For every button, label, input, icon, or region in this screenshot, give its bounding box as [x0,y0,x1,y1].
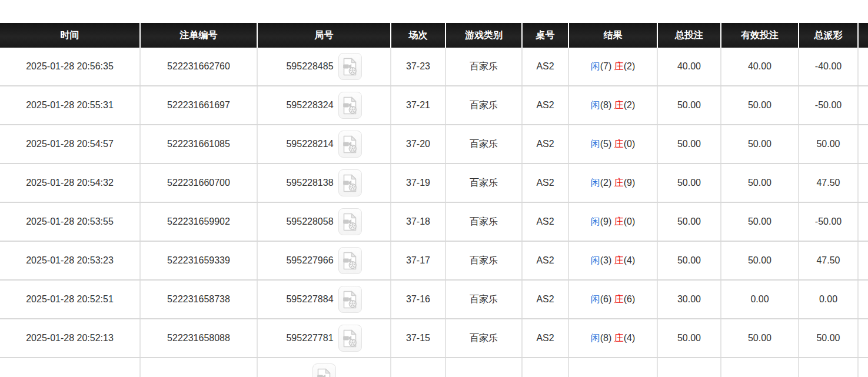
cell-extra [858,280,868,319]
column-header-session: 场次 [391,23,445,48]
video-replay-button[interactable] [338,247,362,274]
result-banker-label: 庄 [614,333,624,343]
cell-result: 闲(9) 庄(0) [568,202,657,241]
round-id-group: 595227781 [286,325,361,352]
video-file-icon [342,291,357,309]
cell-table-no: AS2 [522,125,568,164]
bet-history-table: 时间注单编号局号场次游戏类别桌号结果总投注有效投注总派彩 2025-01-28 … [0,23,868,377]
cell-extra [858,125,868,164]
video-replay-button[interactable] [338,131,362,158]
cell-valid-bet: 50.00 [721,164,799,202]
result-player-score: (2) [600,178,614,188]
video-replay-button[interactable] [338,286,362,313]
round-id-group: 595228058 [286,208,361,235]
cell-payout: -50.00 [799,86,858,125]
cell-payout: 47.50 [799,164,858,202]
result-player-score: (5) [600,139,614,149]
round-id-group: 595228214 [286,131,361,158]
cell-valid-bet: 50.00 [721,125,799,164]
round-id-group: 595227884 [286,286,361,313]
table-row: 2025-01-28 20:55:31522231661697595228324… [0,86,868,125]
cell-table-no: AS2 [522,280,568,319]
round-id-group: 595228324 [286,92,361,119]
cell-extra [858,164,868,202]
result-player-label: 闲 [591,216,600,226]
cell-payout: -50.00 [799,202,858,241]
round-id-text: 595227966 [286,255,333,266]
result-player-label: 闲 [591,178,600,188]
cell-bet-id: 522231660700 [140,164,257,202]
table-row: 2025-01-28 20:52:13522231658088595227781… [0,319,868,358]
table-row: 2025-01-28 20:53:55522231659902595228058… [0,202,868,241]
table-row: 2025-01-28 20:52:51522231658738595227884… [0,280,868,319]
cell-session: 37-16 [391,280,445,319]
video-replay-button[interactable] [338,325,362,352]
result-player-score: (7) [600,61,614,71]
cell-round-id: 595228324 [257,86,391,125]
cell-total-bet: 50.00 [657,164,721,202]
cell-time: 2025-01-28 20:52:13 [0,319,140,358]
result-banker-score: (2) [624,100,636,110]
table-row-partial [0,358,868,377]
result-player-score: (8) [600,333,614,343]
cell-game-type: 百家乐 [445,86,522,125]
cell-total-bet [657,358,721,377]
cell-time: 2025-01-28 20:53:23 [0,241,140,280]
round-id-text: 595228058 [286,216,333,227]
video-replay-button[interactable] [338,92,362,119]
result-player-score: (8) [600,100,614,110]
round-id-text: 595228214 [286,139,333,149]
cell-total-bet: 50.00 [657,202,721,241]
cell-bet-id: 522231658738 [140,280,257,319]
cell-bet-id: 522231659902 [140,202,257,241]
video-replay-button[interactable] [338,169,362,196]
round-id-text: 595227781 [286,333,333,343]
cell-table-no: AS2 [522,241,568,280]
video-file-icon [342,213,357,231]
cell-game-type: 百家乐 [445,164,522,202]
result-banker-score: (4) [624,333,636,343]
cell-round-id: 595227966 [257,241,391,280]
cell-result: 闲(2) 庄(9) [568,164,657,202]
result-banker-score: (9) [624,178,636,188]
cell-time: 2025-01-28 20:56:35 [0,48,140,86]
cell-total-bet: 50.00 [657,241,721,280]
video-file-icon [342,96,357,115]
cell-round-id: 595227781 [257,319,391,358]
cell-payout: 0.00 [799,280,858,319]
result-player-score: (6) [600,294,614,304]
cell-table-no [522,358,568,377]
cell-bet-id: 522231658088 [140,319,257,358]
result-player-score: (3) [600,255,614,265]
cell-payout: 50.00 [799,125,858,164]
result-banker-label: 庄 [614,216,624,226]
result-player-label: 闲 [591,294,600,304]
column-header-time: 时间 [0,23,140,48]
result-player-label: 闲 [591,255,600,265]
round-id-text: 595228324 [286,100,333,111]
cell-game-type: 百家乐 [445,202,522,241]
column-header-payout: 总派彩 [799,23,858,48]
video-file-icon [342,329,357,348]
column-header-valid_bet: 有效投注 [721,23,799,48]
table-row: 2025-01-28 20:53:23522231659339595227966… [0,241,868,280]
cell-valid-bet: 0.00 [721,280,799,319]
cell-valid-bet: 50.00 [721,319,799,358]
column-header-result: 结果 [568,23,657,48]
video-replay-button[interactable] [338,208,362,235]
cell-payout: 50.00 [799,319,858,358]
result-banker-label: 庄 [614,139,624,149]
cell-time: 2025-01-28 20:52:51 [0,280,140,319]
video-replay-button[interactable] [338,53,362,80]
video-file-icon [342,252,357,270]
cell-time: 2025-01-28 20:53:55 [0,202,140,241]
cell-valid-bet: 40.00 [721,48,799,86]
cell-game-type: 百家乐 [445,241,522,280]
cell-game-type: 百家乐 [445,319,522,358]
cell-bet-id: 522231661697 [140,86,257,125]
cell-result: 闲(8) 庄(4) [568,319,657,358]
video-replay-button[interactable] [312,363,336,377]
result-banker-score: (2) [624,61,636,71]
cell-round-id: 595228485 [257,48,391,86]
cell-valid-bet: 50.00 [721,241,799,280]
